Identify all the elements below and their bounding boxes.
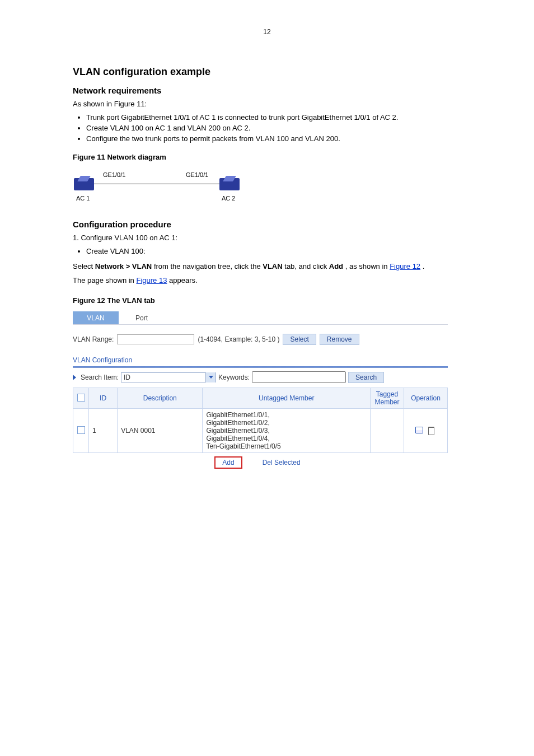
vlan-range-input[interactable] — [117, 334, 194, 344]
step-1: 1. Configure VLAN 100 on AC 1: — [73, 232, 461, 244]
vlan-config-title: VLAN Configuration — [73, 356, 448, 364]
link-figure12[interactable]: Figure 12 — [390, 262, 420, 270]
cell-tagged — [371, 409, 404, 453]
select-button[interactable]: Select — [283, 334, 316, 345]
delete-icon[interactable] — [428, 427, 436, 435]
vlan-range-label: VLAN Range: — [73, 335, 114, 343]
keywords-input[interactable] — [252, 371, 346, 383]
chevron-down-icon[interactable] — [205, 372, 216, 382]
link-figure13[interactable]: Figure 13 — [136, 276, 167, 284]
search-item-label: Search Item: — [81, 374, 119, 381]
col-operation: Operation — [404, 388, 448, 409]
label-ac2: AC 2 — [222, 195, 235, 202]
remove-button[interactable]: Remove — [320, 334, 359, 345]
figure1-diagram: GE1/0/1 GE1/0/1 AC 1 AC 2 — [73, 169, 241, 208]
col-id[interactable]: ID — [89, 388, 118, 409]
add-button[interactable]: Add — [217, 458, 240, 468]
step-nav-after: from the navigation tree, click the — [154, 262, 263, 270]
step-nav-btn: Add — [329, 262, 343, 270]
del-selected-button[interactable]: Del Selected — [257, 458, 306, 468]
keywords-label: Keywords: — [218, 374, 250, 381]
heading-procedure: Configuration procedure — [73, 220, 461, 229]
step-nav-path: Network > VLAN — [95, 262, 152, 270]
page-appears-before: The page shown in — [73, 276, 136, 284]
cell-id: 1 — [89, 409, 118, 453]
step-nav-after2: tab, and click — [284, 262, 329, 270]
tab-bar: VLAN Port — [73, 311, 448, 325]
connection-line — [94, 184, 221, 184]
search-item-value: ID — [121, 374, 205, 381]
step-nav: Select Network > VLAN from the navigatio… — [73, 261, 461, 272]
req-item-2: Create VLAN 100 on AC 1 and VLAN 200 on … — [86, 124, 461, 132]
figure12-caption: Figure 12 The VLAN tab — [73, 295, 461, 306]
figure1-caption: Figure 11 Network diagram — [73, 152, 461, 163]
tab-vlan[interactable]: VLAN — [73, 311, 119, 324]
req-item-3: Configure the two trunk ports to permit … — [86, 134, 461, 143]
step-nav-before: Select — [73, 262, 95, 270]
label-ge-right: GE1/0/1 — [186, 171, 208, 178]
select-all-checkbox[interactable] — [77, 394, 85, 402]
cell-untagged: GigabitEthernet1/0/1, GigabitEthernet1/0… — [203, 409, 371, 453]
col-tagged[interactable]: Tagged Member — [371, 388, 404, 409]
req-intro: As shown in Figure 11: — [73, 99, 461, 110]
req-item-1: Trunk port GigabitEthernet 1/0/1 of AC 1… — [86, 113, 461, 122]
vlan-table: ID Description Untagged Member Tagged Me… — [73, 388, 448, 453]
device-ac2-icon — [219, 178, 240, 190]
search-button[interactable]: Search — [348, 372, 384, 383]
step-1-text: Configure VLAN 100 on AC 1: — [81, 234, 177, 242]
heading-example: VLAN configuration example — [73, 66, 461, 78]
step-1-num: 1. — [73, 234, 81, 242]
label-ge-left: GE1/0/1 — [103, 171, 125, 178]
tab-port[interactable]: Port — [119, 311, 165, 324]
page-number: 12 — [263, 28, 270, 36]
add-button-highlight: Add — [214, 456, 242, 469]
device-ac1-icon — [74, 178, 94, 190]
row-checkbox[interactable] — [77, 426, 85, 434]
step-nav-tab: VLAN — [263, 262, 282, 270]
vlan-config-panel: VLAN Port VLAN Range: (1-4094, Example: … — [73, 311, 448, 469]
vlan-range-hint: (1-4094, Example: 3, 5-10 ) — [198, 335, 279, 343]
step-nav-after3: , as shown in — [345, 262, 390, 270]
cell-description: VLAN 0001 — [118, 409, 203, 453]
table-row: 1 VLAN 0001 GigabitEthernet1/0/1, Gigabi… — [73, 409, 448, 453]
edit-icon[interactable] — [415, 427, 423, 435]
step-1-sub: Create VLAN 100: — [86, 247, 461, 255]
blue-divider — [73, 366, 448, 368]
heading-netreq: Network requirements — [73, 86, 461, 95]
step-page-appears: The page shown in Figure 13 appears. — [73, 275, 461, 286]
page-appears-after: appears. — [169, 276, 198, 284]
col-untagged[interactable]: Untagged Member — [203, 388, 371, 409]
col-description[interactable]: Description — [118, 388, 203, 409]
search-item-select[interactable]: ID — [121, 372, 216, 382]
step-nav-end: . — [423, 262, 425, 270]
search-marker-icon — [73, 375, 76, 380]
label-ac1: AC 1 — [76, 195, 90, 202]
